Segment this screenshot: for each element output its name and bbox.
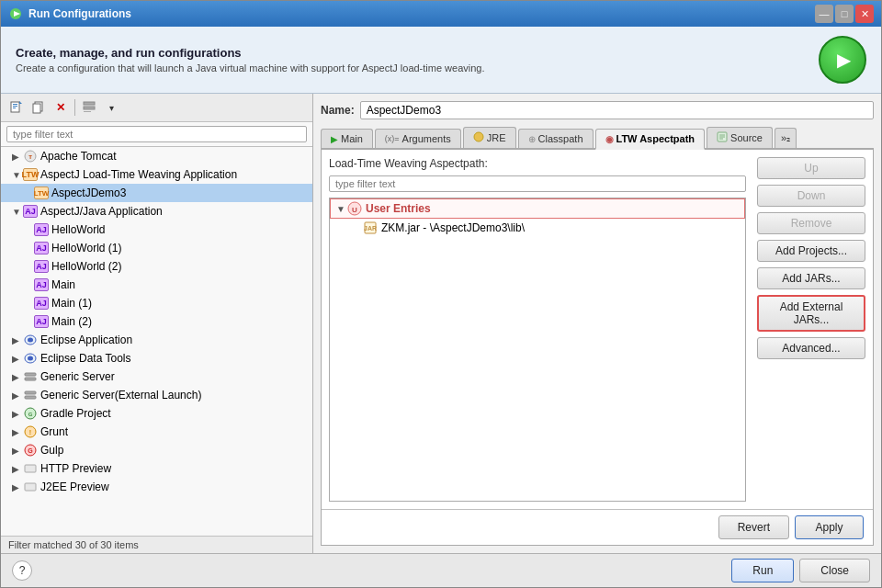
list-item[interactable]: ▶ G Gradle Project <box>1 404 312 423</box>
svg-rect-4 <box>13 106 17 107</box>
up-button[interactable]: Up <box>757 157 865 179</box>
aj-item-icon: AJ <box>34 277 49 292</box>
tab-ltw-label: LTW Aspectpath <box>616 133 695 144</box>
copy-icon <box>32 101 45 114</box>
maximize-button[interactable]: □ <box>835 5 854 23</box>
zkm-jar-item[interactable]: JAR ZKM.jar - \AspectJDemo3\lib\ <box>330 219 745 237</box>
list-item[interactable]: AJ Main <box>1 276 312 294</box>
list-item-label: Generic Server(External Launch) <box>40 389 201 401</box>
tab-jre[interactable]: JRE <box>463 127 516 148</box>
list-item-label: Eclipse Data Tools <box>40 352 131 365</box>
delete-config-button[interactable]: ✕ <box>51 97 71 118</box>
minimize-button[interactable]: — <box>815 5 833 23</box>
arguments-tab-icon: (x)= <box>385 134 400 143</box>
list-item[interactable]: ▶ Eclipse Application <box>1 331 312 349</box>
tab-jre-label: JRE <box>487 132 506 143</box>
add-jars-button[interactable]: Add JARs... <box>757 267 865 289</box>
run-button[interactable]: Run <box>731 559 794 582</box>
copy-config-button[interactable] <box>28 97 49 118</box>
list-item-label: Grunt <box>40 425 68 438</box>
source-tab-icon <box>717 131 728 144</box>
svg-text:G: G <box>28 447 33 454</box>
list-item[interactable]: ▼ LTW AspectJ Load-Time Weaving Applicat… <box>1 165 312 184</box>
tree-toggle: ▶ <box>12 427 23 437</box>
toolbar-separator <box>74 99 75 116</box>
new-config-button[interactable] <box>6 97 27 118</box>
svg-rect-20 <box>25 391 36 394</box>
add-external-jars-button[interactable]: Add External JARs... <box>757 295 865 332</box>
collapse-button[interactable] <box>79 97 99 118</box>
zkm-jar-icon: JAR <box>363 220 378 235</box>
aspectpath-filter-input[interactable] <box>329 175 746 192</box>
svg-rect-3 <box>13 104 17 105</box>
aj-item-icon: AJ <box>34 222 49 237</box>
list-item[interactable]: ▶ Generic Server <box>1 368 312 386</box>
svg-rect-10 <box>84 107 95 109</box>
run-large-button[interactable] <box>819 36 866 84</box>
gradle-icon: G <box>23 406 38 421</box>
tree-toggle: ▶ <box>12 409 23 419</box>
tree-toggle: ▶ <box>12 372 23 382</box>
tab-source[interactable]: Source <box>707 127 773 148</box>
list-item[interactable]: AJ HelloWorld (1) <box>1 239 312 257</box>
list-item[interactable]: AJ Main (2) <box>1 312 312 331</box>
list-item-label: Gulp <box>40 444 63 457</box>
tab-main[interactable]: ▶ Main <box>321 129 373 148</box>
aspectpath-area: Load-Time Weaving Aspectpath: ▼ U User E… <box>322 150 753 509</box>
list-item-label: AspectJDemo3 <box>51 187 126 199</box>
aj-item-icon: AJ <box>34 241 49 255</box>
add-projects-button[interactable]: Add Projects... <box>757 240 865 262</box>
user-entries-label: User Entries <box>366 202 431 215</box>
tab-ltw[interactable]: ◉ LTW Aspectpath <box>595 129 706 150</box>
list-item[interactable]: AJ Main (1) <box>1 294 312 312</box>
remove-button[interactable]: Remove <box>757 212 865 234</box>
tree-toggle: ▶ <box>12 464 23 474</box>
tomcat-icon: T <box>23 149 38 164</box>
filter-input[interactable] <box>6 126 307 142</box>
run-configurations-window: Run Configurations — □ ✕ Create, manage,… <box>0 0 882 588</box>
tab-overflow[interactable]: »₂ <box>775 128 797 148</box>
list-item[interactable]: LTW AspectJDemo3 <box>1 184 312 202</box>
svg-rect-19 <box>25 378 36 380</box>
apply-button[interactable]: Apply <box>795 515 864 539</box>
list-item[interactable]: ▶ G Gulp <box>1 441 312 459</box>
list-item[interactable]: ▶ Eclipse Data Tools <box>1 349 312 368</box>
name-label: Name: <box>321 104 355 117</box>
svg-text:JAR: JAR <box>364 225 377 232</box>
list-item[interactable]: ▶ HTTP Preview <box>1 459 312 478</box>
list-item[interactable]: AJ HelloWorld (2) <box>1 257 312 276</box>
left-panel: ✕ ▾ ▶ T Apache Tomcat <box>1 94 313 553</box>
down-button[interactable]: Down <box>757 185 865 207</box>
list-item[interactable]: ▶ J2EE Preview <box>1 478 312 496</box>
list-item-label: HelloWorld (1) <box>51 242 121 254</box>
list-item-label: AspectJ/Java Application <box>40 205 163 218</box>
aspectpath-tree: ▼ U User Entries JAR <box>329 198 746 502</box>
toolbar-dropdown-button[interactable]: ▾ <box>101 97 121 118</box>
close-window-button[interactable]: ✕ <box>855 5 874 23</box>
advanced-button[interactable]: Advanced... <box>757 337 865 359</box>
list-item[interactable]: ▼ AJ AspectJ/Java Application <box>1 202 312 220</box>
title-bar-left: Run Configurations <box>8 6 131 21</box>
tab-classpath-label: Classpath <box>538 133 583 144</box>
list-item[interactable]: AJ HelloWorld <box>1 220 312 239</box>
user-entries-item[interactable]: ▼ U User Entries <box>330 198 745 219</box>
list-item-label: HelloWorld (2) <box>51 260 121 273</box>
revert-button[interactable]: Revert <box>718 515 789 539</box>
list-item-label: Main (2) <box>51 315 92 328</box>
filter-input-wrap <box>1 122 312 147</box>
svg-point-15 <box>28 338 33 343</box>
help-button[interactable]: ? <box>12 560 32 581</box>
tree-toggle: ▶ <box>12 446 23 456</box>
name-input[interactable] <box>360 101 874 119</box>
list-item[interactable]: ▶ Generic Server(External Launch) <box>1 386 312 404</box>
tab-arguments[interactable]: (x)= Arguments <box>375 129 461 148</box>
tab-arguments-label: Arguments <box>402 133 451 144</box>
tab-content-inner: Load-Time Weaving Aspectpath: ▼ U User E… <box>322 150 873 509</box>
tab-classpath[interactable]: ⊕ Classpath <box>518 129 594 148</box>
collapse-icon <box>83 101 96 114</box>
section-label: Load-Time Weaving Aspectpath: <box>329 157 746 170</box>
list-item[interactable]: ▶ ! Grunt <box>1 423 312 441</box>
list-item[interactable]: ▶ T Apache Tomcat <box>1 147 312 165</box>
svg-rect-5 <box>13 107 16 108</box>
close-button[interactable]: Close <box>799 559 870 582</box>
